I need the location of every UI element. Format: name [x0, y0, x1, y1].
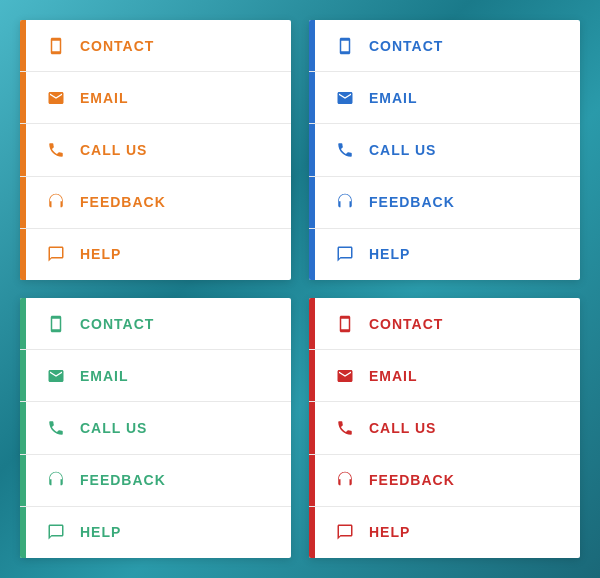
item-label-feedback: FEEDBACK: [369, 194, 455, 210]
item-label-help: HELP: [369, 246, 410, 262]
menu-item-red-email[interactable]: EMAIL: [309, 350, 580, 402]
menu-item-green-feedback[interactable]: FEEDBACK: [20, 455, 291, 507]
email-icon: [42, 367, 70, 385]
headset-icon: [42, 193, 70, 211]
call-icon: [42, 419, 70, 437]
accent-bar: [20, 20, 26, 71]
accent-bar: [20, 298, 26, 349]
menu-item-orange-feedback[interactable]: FEEDBACK: [20, 177, 291, 229]
item-label-call-us: CALL US: [369, 420, 436, 436]
item-label-feedback: FEEDBACK: [369, 472, 455, 488]
accent-bar: [20, 455, 26, 506]
call-icon: [42, 141, 70, 159]
phone-icon: [42, 37, 70, 55]
menu-item-red-call-us[interactable]: CALL US: [309, 402, 580, 454]
menu-item-red-help[interactable]: HELP: [309, 507, 580, 558]
item-label-email: EMAIL: [80, 90, 129, 106]
accent-bar: [20, 229, 26, 280]
accent-bar: [20, 507, 26, 558]
item-label-help: HELP: [369, 524, 410, 540]
menu-item-orange-help[interactable]: HELP: [20, 229, 291, 280]
panel-green: CONTACTEMAILCALL USFEEDBACKHELP: [20, 298, 291, 558]
phone-icon: [331, 37, 359, 55]
email-icon: [331, 367, 359, 385]
menu-item-blue-call-us[interactable]: CALL US: [309, 124, 580, 176]
menu-item-orange-email[interactable]: EMAIL: [20, 72, 291, 124]
accent-bar: [309, 72, 315, 123]
menu-item-red-contact[interactable]: CONTACT: [309, 298, 580, 350]
phone-icon: [42, 315, 70, 333]
menu-item-green-contact[interactable]: CONTACT: [20, 298, 291, 350]
menu-item-blue-feedback[interactable]: FEEDBACK: [309, 177, 580, 229]
email-icon: [42, 89, 70, 107]
item-label-email: EMAIL: [80, 368, 129, 384]
chat-icon: [331, 523, 359, 541]
headset-icon: [331, 471, 359, 489]
headset-icon: [331, 193, 359, 211]
item-label-contact: CONTACT: [80, 38, 154, 54]
menu-item-blue-help[interactable]: HELP: [309, 229, 580, 280]
accent-bar: [309, 350, 315, 401]
panels-grid: CONTACTEMAILCALL USFEEDBACKHELPCONTACTEM…: [0, 0, 600, 578]
menu-item-blue-email[interactable]: EMAIL: [309, 72, 580, 124]
item-label-call-us: CALL US: [80, 420, 147, 436]
item-label-help: HELP: [80, 524, 121, 540]
item-label-call-us: CALL US: [369, 142, 436, 158]
accent-bar: [20, 402, 26, 453]
chat-icon: [331, 245, 359, 263]
accent-bar: [309, 507, 315, 558]
menu-item-green-help[interactable]: HELP: [20, 507, 291, 558]
accent-bar: [309, 177, 315, 228]
headset-icon: [42, 471, 70, 489]
accent-bar: [309, 298, 315, 349]
item-label-contact: CONTACT: [80, 316, 154, 332]
chat-icon: [42, 245, 70, 263]
accent-bar: [20, 350, 26, 401]
menu-item-green-email[interactable]: EMAIL: [20, 350, 291, 402]
accent-bar: [309, 455, 315, 506]
item-label-email: EMAIL: [369, 368, 418, 384]
item-label-help: HELP: [80, 246, 121, 262]
accent-bar: [309, 124, 315, 175]
item-label-feedback: FEEDBACK: [80, 194, 166, 210]
accent-bar: [20, 177, 26, 228]
item-label-contact: CONTACT: [369, 316, 443, 332]
panel-blue: CONTACTEMAILCALL USFEEDBACKHELP: [309, 20, 580, 280]
accent-bar: [309, 402, 315, 453]
call-icon: [331, 141, 359, 159]
menu-item-blue-contact[interactable]: CONTACT: [309, 20, 580, 72]
item-label-contact: CONTACT: [369, 38, 443, 54]
menu-item-orange-contact[interactable]: CONTACT: [20, 20, 291, 72]
accent-bar: [309, 229, 315, 280]
panel-red: CONTACTEMAILCALL USFEEDBACKHELP: [309, 298, 580, 558]
accent-bar: [20, 72, 26, 123]
menu-item-green-call-us[interactable]: CALL US: [20, 402, 291, 454]
item-label-feedback: FEEDBACK: [80, 472, 166, 488]
menu-item-orange-call-us[interactable]: CALL US: [20, 124, 291, 176]
item-label-call-us: CALL US: [80, 142, 147, 158]
email-icon: [331, 89, 359, 107]
phone-icon: [331, 315, 359, 333]
call-icon: [331, 419, 359, 437]
accent-bar: [20, 124, 26, 175]
accent-bar: [309, 20, 315, 71]
panel-orange: CONTACTEMAILCALL USFEEDBACKHELP: [20, 20, 291, 280]
menu-item-red-feedback[interactable]: FEEDBACK: [309, 455, 580, 507]
item-label-email: EMAIL: [369, 90, 418, 106]
chat-icon: [42, 523, 70, 541]
